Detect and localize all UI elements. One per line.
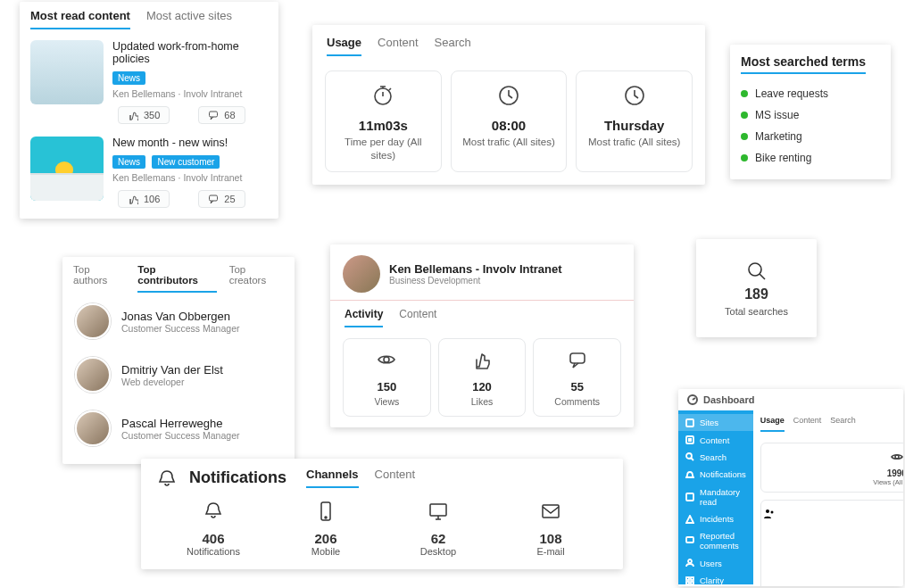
tab-top-contributors[interactable]: Top contributors: [137, 264, 216, 293]
comments-stat[interactable]: 25: [198, 190, 245, 208]
svg-rect-19: [686, 577, 689, 580]
tab-search[interactable]: Search: [435, 36, 471, 56]
grid-icon: [685, 576, 694, 585]
nav-search[interactable]: Search: [678, 449, 753, 466]
users-icon: [685, 559, 694, 567]
content-item[interactable]: Updated work-from-home policies News Ken…: [20, 31, 278, 128]
tile-email: 108 E-mail: [494, 501, 607, 557]
search-count-card: 189 Total searches: [696, 239, 817, 337]
person-row[interactable]: Dmitriy Van der ElstWeb developer: [62, 348, 295, 402]
tab-usage[interactable]: Usage: [760, 416, 785, 432]
tile-peak-hour: 08:00 Most trafic (All sites): [451, 70, 568, 172]
tile-peak-day: Thursday Most trafic (All sites): [576, 70, 693, 172]
stopwatch-icon: [371, 84, 394, 107]
likes-stat[interactable]: 350: [118, 106, 170, 124]
content-title: New month - new wins!: [112, 137, 268, 149]
tile-value: 1990: [763, 468, 903, 478]
term-item[interactable]: Leave requests: [741, 83, 880, 104]
svg-rect-10: [430, 504, 446, 516]
tile-likes: 120 Likes: [438, 338, 527, 417]
content-icon: [685, 435, 694, 444]
tile-value: 11m03s: [331, 118, 436, 133]
mini-tile-views: 1990 Views (All sites): [760, 443, 903, 493]
svg-point-7: [749, 263, 761, 276]
contributors-card: Top authors Top contributors Top creator…: [62, 257, 295, 464]
tab-channels[interactable]: Channels: [306, 468, 359, 488]
nav-users[interactable]: Users: [678, 555, 753, 572]
term-label: Marketing: [755, 130, 802, 143]
comments-stat[interactable]: 68: [198, 106, 245, 124]
nav-label: Notifications: [700, 469, 746, 479]
person-row[interactable]: Pascal HerrewegheCustomer Success Manage…: [62, 402, 295, 455]
nav-label: Users: [700, 559, 722, 568]
nav-clarity[interactable]: Clarity: [678, 572, 753, 586]
tile-label: Most trafic (All sites): [582, 136, 686, 149]
comments-count: 68: [224, 110, 235, 120]
bell-icon: [203, 501, 224, 522]
search-count-label: Total searches: [725, 306, 788, 317]
badge-new-customer: New customer: [152, 155, 220, 169]
tile-desktop: 62 Desktop: [382, 501, 494, 557]
tab-top-creators[interactable]: Top creators: [229, 264, 284, 293]
svg-rect-22: [691, 582, 693, 584]
nav-reported-comments[interactable]: Reported comments: [678, 527, 753, 554]
person-name: Pascal Herreweghe: [121, 417, 239, 430]
avatar: [343, 255, 380, 293]
profile-tabs: Activity Content: [330, 301, 634, 329]
tile-mobile: 206 Mobile: [270, 501, 382, 557]
svg-point-5: [384, 357, 389, 362]
profile-card: Ken Bellemans - Involv Intranet Business…: [330, 244, 634, 427]
term-label: Leave requests: [755, 87, 828, 100]
tab-content[interactable]: Content: [375, 468, 416, 488]
nav-label: Mandatory read: [700, 487, 746, 507]
tab-usage[interactable]: Usage: [327, 36, 361, 56]
avatar: [75, 303, 111, 339]
likes-stat[interactable]: 106: [118, 190, 170, 208]
comment-icon: [685, 536, 694, 545]
content-item[interactable]: New month - new wins! News New customer …: [20, 128, 278, 211]
svg-rect-14: [686, 436, 693, 443]
term-item[interactable]: Marketing: [741, 126, 880, 147]
nav-sites[interactable]: Sites: [678, 414, 753, 431]
mini-sidebar: Sites Content Search Notifications Manda…: [678, 410, 753, 584]
profile-name: Ken Bellemans - Involv Intranet: [389, 262, 562, 276]
tile-value: 62: [382, 531, 494, 546]
status-dot-icon: [741, 90, 748, 97]
mini-title: Dashboard: [703, 394, 754, 405]
person-row[interactable]: Jonas Van ObbergenCustomer Success Manag…: [62, 294, 295, 348]
tab-content[interactable]: Content: [793, 416, 822, 432]
tab-most-active-sites[interactable]: Most active sites: [146, 9, 232, 29]
tab-activity[interactable]: Activity: [345, 308, 383, 327]
nav-label: Search: [700, 452, 726, 462]
comment-icon: [568, 350, 587, 369]
nav-content[interactable]: Content: [678, 431, 753, 448]
svg-point-18: [688, 559, 692, 563]
term-item[interactable]: MS issue: [741, 104, 880, 126]
tab-most-read-content[interactable]: Most read content: [30, 9, 130, 29]
tab-content[interactable]: Content: [399, 308, 436, 327]
status-dot-icon: [741, 112, 748, 119]
tile-value: 206: [270, 531, 382, 546]
comment-icon: [208, 110, 219, 120]
mail-icon: [540, 501, 561, 522]
nav-label: Sites: [700, 418, 718, 427]
nav-mandatory-read[interactable]: Mandatory read: [678, 484, 753, 510]
tile-label: Views: [347, 396, 427, 409]
svg-rect-6: [570, 353, 585, 363]
mini-tile-logins: 4 Logins: [760, 500, 903, 586]
tile-label: Mobile: [270, 546, 382, 557]
status-dot-icon: [741, 154, 748, 161]
tile-label: Most trafic (All sites): [457, 136, 561, 149]
tab-top-authors[interactable]: Top authors: [73, 264, 125, 293]
nav-notifications[interactable]: Notifications: [678, 466, 753, 483]
clock-icon: [623, 84, 646, 107]
nav-incidents[interactable]: Incidents: [678, 510, 753, 527]
svg-rect-8: [321, 502, 330, 520]
tab-content[interactable]: Content: [378, 36, 419, 56]
term-item[interactable]: Bike renting: [741, 147, 880, 169]
search-count-value: 189: [744, 286, 768, 302]
usage-tabs: Usage Content Search: [312, 30, 705, 60]
contrib-tabs: Top authors Top contributors Top creator…: [62, 257, 295, 294]
warning-icon: [685, 515, 694, 524]
tab-search[interactable]: Search: [830, 416, 856, 432]
